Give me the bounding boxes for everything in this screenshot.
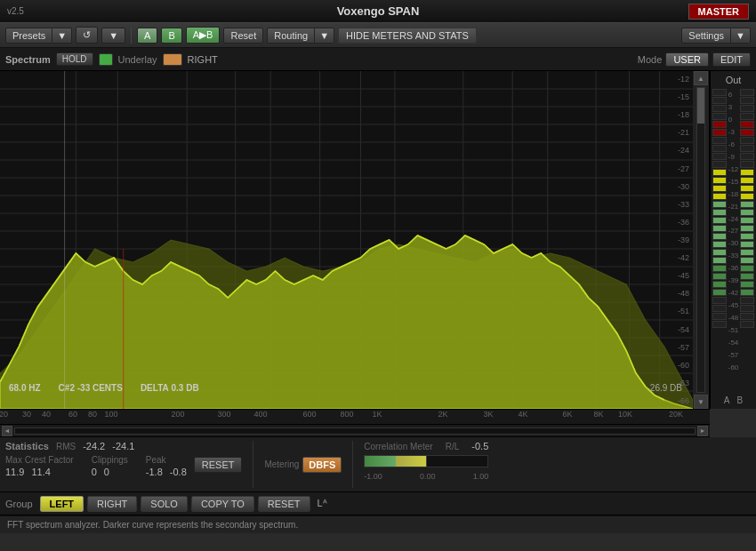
corr-header: Correlation Meter R/L -0.5 — [364, 441, 488, 451]
b-button[interactable]: B — [161, 28, 181, 44]
vu-meter: Out — [710, 71, 756, 409]
redo-button[interactable]: ▼ — [101, 28, 125, 44]
metering-section: Metering DBFS — [264, 441, 342, 488]
statistics-section: Statistics RMS -24.2 -24.1 Max Crest Fac… — [5, 441, 187, 488]
clippings-label: Clippings — [92, 455, 128, 465]
routing-button[interactable]: Routing — [267, 28, 315, 44]
hide-meters-button[interactable]: HIDE METERS AND STATS — [338, 28, 477, 44]
stats-detail-row: Max Crest Factor 11.9 11.4 Clippings 0 0… — [5, 455, 187, 477]
vu-out-label: Out — [726, 75, 742, 85]
max-crest-r: 11.4 — [31, 467, 50, 477]
user-mode-button[interactable]: USER — [665, 52, 709, 67]
metering-label: Metering — [264, 459, 299, 469]
freq-tick-100: 100 — [104, 410, 117, 419]
presets-dropdown-arrow[interactable]: ▼ — [52, 28, 72, 44]
corr-bar — [364, 455, 488, 467]
routing-dropdown-arrow[interactable]: ▼ — [315, 28, 334, 44]
routing-group: Routing ▼ — [267, 28, 334, 44]
stats-bar: Statistics RMS -24.2 -24.1 Max Crest Fac… — [0, 437, 756, 492]
peak-label: Peak — [146, 455, 187, 465]
group-bar: Group LEFT RIGHT SOLO COPY TO RESET Lᴬ — [0, 492, 756, 515]
right-label: RIGHT — [188, 54, 218, 65]
scroll-track[interactable] — [696, 87, 705, 393]
vu-a-label: A — [724, 395, 730, 405]
h-scroll-left-arrow[interactable]: ◄ — [2, 426, 12, 436]
stats-reset-button[interactable]: RESET — [194, 457, 243, 473]
correlation-section: Correlation Meter R/L -0.5 -1.00 0.00 1.… — [364, 441, 488, 488]
h-scrollbar[interactable]: ◄ ► — [0, 425, 710, 437]
freq-tick-1k: 1K — [372, 410, 382, 419]
freq-tick-80: 80 — [88, 410, 97, 419]
spectrum-display[interactable]: -12 -15 -18 -21 -24 -27 -30 -33 -36 -39 … — [0, 71, 710, 409]
version-label: v2.5 — [7, 6, 24, 16]
corr-label: Correlation Meter — [364, 442, 432, 451]
corr-rl-label: R/L — [446, 442, 460, 451]
scroll-down-arrow[interactable]: ▼ — [694, 395, 708, 409]
stats-divider-1 — [253, 441, 253, 488]
copy-to-button[interactable]: COPY TO — [191, 496, 254, 512]
settings-dropdown-arrow[interactable]: ▼ — [731, 28, 751, 44]
freq-tick-20: 20 — [0, 410, 8, 419]
mode-label: Mode — [638, 54, 663, 65]
toolbar-separator-1 — [131, 28, 132, 44]
stats-rms-row: Statistics RMS -24.2 -24.1 — [5, 441, 187, 451]
max-crest-label: Max Crest Factor — [5, 455, 74, 465]
rms-r-value: -24.1 — [112, 441, 134, 451]
solo-button[interactable]: SOLO — [141, 496, 188, 512]
h-scroll-right-arrow[interactable]: ► — [697, 426, 708, 436]
clippings-l: 0 — [92, 467, 97, 477]
freq-tick-60: 60 — [68, 410, 77, 419]
presets-group: Presets ▼ — [5, 28, 72, 44]
stats-divider-2 — [352, 441, 353, 488]
corr-value: -0.5 — [471, 441, 488, 451]
group-la-label: Lᴬ — [318, 498, 327, 509]
h-scroll-track[interactable] — [14, 427, 696, 435]
a-button[interactable]: A — [137, 28, 157, 44]
group-left-button[interactable]: LEFT — [40, 496, 84, 512]
spectrum-bar: Spectrum HOLD Underlay RIGHT Mode USER E… — [0, 48, 756, 71]
rms-l-value: -24.2 — [83, 441, 105, 451]
edit-button[interactable]: EDIT — [712, 52, 751, 67]
freq-tick-8k: 8K — [593, 410, 603, 419]
rms-label: RMS — [56, 442, 76, 451]
vu-bars: 6 3 0 -3 -6 -9 -12 -15 -18 -21 -24 -27 -… — [712, 89, 754, 392]
spectrum-label: Spectrum — [5, 54, 51, 65]
hold-button[interactable]: HOLD — [56, 52, 93, 66]
title-bar: v2.5 Voxengo SPAN MASTER — [0, 0, 756, 23]
undo-button[interactable]: ↺ — [76, 27, 98, 44]
group-reset-button[interactable]: RESET — [258, 496, 310, 512]
spectrum-scrollbar[interactable]: ▲ ▼ — [693, 71, 709, 409]
ab-copy-button[interactable]: A▶B — [186, 27, 221, 44]
corr-left-label: -1.00 — [364, 472, 382, 481]
main-content: -12 -15 -18 -21 -24 -27 -30 -33 -36 -39 … — [0, 71, 756, 409]
mode-section: Mode USER EDIT — [638, 52, 751, 67]
status-bar: FFT spectrum analyzer. Darker curve repr… — [0, 515, 756, 533]
freq-tick-200: 200 — [171, 410, 184, 419]
freq-tick-6k: 6K — [562, 410, 572, 419]
scroll-up-arrow[interactable]: ▲ — [694, 71, 708, 85]
freq-tick-300: 300 — [217, 410, 230, 419]
status-text: FFT spectrum analyzer. Darker curve repr… — [7, 520, 298, 530]
presets-button[interactable]: Presets — [5, 28, 52, 44]
group-right-button[interactable]: RIGHT — [87, 496, 137, 512]
clippings-r: 0 — [104, 467, 109, 477]
scroll-thumb[interactable] — [697, 88, 704, 124]
reset-button[interactable]: Reset — [223, 28, 263, 44]
spectrum-svg — [0, 71, 693, 409]
freq-tick-2k: 2K — [438, 410, 447, 419]
corr-scale-labels: -1.00 0.00 1.00 — [364, 472, 488, 481]
dbfs-button[interactable]: DBFS — [302, 457, 342, 473]
freq-tick-10k: 10K — [618, 410, 632, 419]
green-indicator — [99, 53, 113, 66]
corr-right-label: 1.00 — [473, 472, 489, 481]
group-label: Group — [5, 499, 33, 509]
freq-tick-30: 30 — [22, 410, 31, 419]
master-button[interactable]: MASTER — [688, 4, 749, 20]
app-title: Voxengo SPAN — [337, 4, 420, 18]
vu-b-label: B — [737, 395, 744, 405]
corr-center-label: 0.00 — [420, 472, 436, 481]
underlay-label: Underlay — [118, 54, 157, 65]
settings-button[interactable]: Settings — [681, 28, 731, 44]
orange-indicator — [163, 53, 182, 66]
freq-tick-40: 40 — [42, 410, 51, 419]
